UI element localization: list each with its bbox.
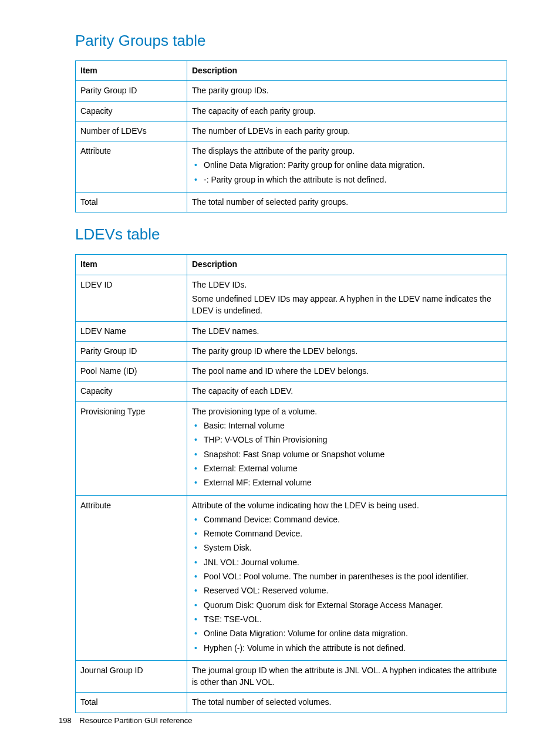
cell-desc: The parity group ID where the LDEV belon… — [187, 341, 507, 361]
table-row: LDEV ID The LDEV IDs. Some undefined LDE… — [76, 275, 507, 321]
table-row: Attribute Attribute of the volume indica… — [76, 495, 507, 660]
list-item: TSE: TSE-VOL. — [192, 613, 502, 625]
cell-desc: Attribute of the volume indicating how t… — [187, 495, 507, 660]
table-row: LDEV Name The LDEV names. — [76, 321, 507, 341]
heading-parity-groups-table: Parity Groups table — [75, 32, 507, 50]
list-item: Quorum Disk: Quorum disk for External St… — [192, 599, 502, 611]
page: Parity Groups table Item Description Par… — [0, 0, 560, 746]
cell-item: LDEV ID — [76, 275, 187, 321]
cell-item: Attribute — [76, 495, 187, 660]
bullet-list: Basic: Internal volume THP: V-VOLs of Th… — [192, 420, 502, 488]
page-footer: 198 Resource Partition GUI reference — [59, 716, 193, 725]
cell-desc: The displays the attribute of the parity… — [187, 141, 507, 193]
page-number: 198 — [59, 716, 72, 725]
bullet-list: Online Data Migration: Parity group for … — [192, 159, 502, 185]
col-item: Item — [76, 255, 187, 275]
list-item: THP: V-VOLs of Thin Provisioning — [192, 434, 502, 445]
cell-desc: The total number of selected volumes. — [187, 693, 507, 713]
cell-item: Number of LDEVs — [76, 121, 187, 141]
cell-item: Parity Group ID — [76, 81, 187, 101]
bullet-list: Command Device: Command device. Remote C… — [192, 514, 502, 654]
cell-item: Journal Group ID — [76, 660, 187, 693]
cell-desc: The pool name and ID where the LDEV belo… — [187, 362, 507, 382]
cell-item: Total — [76, 193, 187, 212]
list-item: Online Data Migration: Volume for online… — [192, 627, 502, 639]
list-item: Pool VOL: Pool volume. The number in par… — [192, 571, 502, 582]
table-row: Parity Group ID The parity group IDs. — [76, 81, 507, 101]
table-row: Provisioning Type The provisioning type … — [76, 401, 507, 495]
cell-desc-intro: The displays the attribute of the parity… — [192, 145, 502, 157]
heading-ldevs-table: LDEVs table — [75, 225, 507, 244]
cell-desc: The capacity of each LDEV. — [187, 382, 507, 401]
table-parity-groups: Item Description Parity Group ID The par… — [75, 60, 507, 212]
table-row: Attribute The displays the attribute of … — [76, 141, 507, 193]
cell-desc-intro: The provisioning type of a volume. — [192, 406, 502, 417]
list-item: -: Parity group in which the attribute i… — [192, 174, 502, 185]
table-row: Capacity The capacity of each parity gro… — [76, 101, 507, 121]
footer-label: Resource Partition GUI reference — [79, 716, 192, 725]
cell-desc: The capacity of each parity group. — [187, 101, 507, 121]
cell-desc: The LDEV names. — [187, 321, 507, 341]
list-item: External: External volume — [192, 463, 502, 474]
cell-item: Capacity — [76, 101, 187, 121]
table-header-row: Item Description — [76, 255, 507, 275]
list-item: Command Device: Command device. — [192, 514, 502, 525]
col-description: Description — [187, 61, 507, 81]
list-item: External MF: External volume — [192, 477, 502, 488]
table-row: Total The total number of selected volum… — [76, 693, 507, 713]
cell-desc: The total number of selected parity grou… — [187, 193, 507, 212]
list-item: Hyphen (-): Volume in which the attribut… — [192, 642, 502, 654]
cell-item: Provisioning Type — [76, 401, 187, 495]
cell-desc-line: The LDEV IDs. — [192, 279, 502, 291]
cell-item: Pool Name (ID) — [76, 362, 187, 382]
cell-desc: The journal group ID when the attribute … — [187, 660, 507, 693]
table-row: Parity Group ID The parity group ID wher… — [76, 341, 507, 361]
table-row: Total The total number of selected parit… — [76, 193, 507, 212]
cell-item: Total — [76, 693, 187, 713]
cell-desc-intro: Attribute of the volume indicating how t… — [192, 499, 502, 511]
table-header-row: Item Description — [76, 61, 507, 81]
cell-item: Parity Group ID — [76, 341, 187, 361]
list-item: Snapshot: Fast Snap volume or Snapshot v… — [192, 448, 502, 460]
table-row: Pool Name (ID) The pool name and ID wher… — [76, 362, 507, 382]
table-row: Capacity The capacity of each LDEV. — [76, 382, 507, 401]
cell-item: Capacity — [76, 382, 187, 401]
cell-desc: The parity group IDs. — [187, 81, 507, 101]
cell-item: Attribute — [76, 141, 187, 193]
cell-item: LDEV Name — [76, 321, 187, 341]
cell-desc: The LDEV IDs. Some undefined LDEV IDs ma… — [187, 275, 507, 321]
list-item: JNL VOL: Journal volume. — [192, 556, 502, 568]
list-item: Online Data Migration: Parity group for … — [192, 159, 502, 171]
list-item: Remote Command Device. — [192, 528, 502, 539]
col-item: Item — [76, 61, 187, 81]
table-row: Number of LDEVs The number of LDEVs in e… — [76, 121, 507, 141]
list-item: Reserved VOL: Reserved volume. — [192, 585, 502, 596]
col-description: Description — [187, 255, 507, 275]
list-item: Basic: Internal volume — [192, 420, 502, 431]
table-ldevs: Item Description LDEV ID The LDEV IDs. S… — [75, 254, 507, 713]
cell-desc: The number of LDEVs in each parity group… — [187, 121, 507, 141]
cell-desc: The provisioning type of a volume. Basic… — [187, 401, 507, 495]
list-item: System Disk. — [192, 542, 502, 553]
table-row: Journal Group ID The journal group ID wh… — [76, 660, 507, 693]
cell-desc-extra: Some undefined LDEV IDs may appear. A hy… — [192, 293, 502, 317]
